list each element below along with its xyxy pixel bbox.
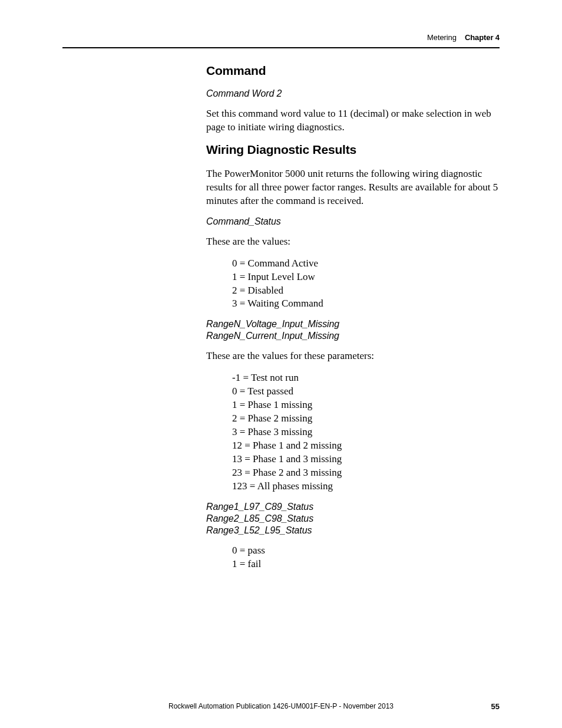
values-command-status: 0 = Command Active 1 = Input Level Low 2… (232, 257, 500, 311)
value-line: 0 = Test passed (232, 385, 500, 398)
subheading-command-status: Command_Status (206, 216, 500, 227)
subheading-rangen-voltage: RangeN_Voltage_Input_Missing (206, 319, 500, 330)
value-line: 1 = Phase 1 missing (232, 398, 500, 412)
value-line: 23 = Phase 2 and 3 missing (232, 466, 500, 480)
section-title-wiring: Wiring Diagnostic Results (206, 143, 500, 157)
body-wiring-intro: The PowerMonitor 5000 unit returns the f… (206, 167, 500, 208)
document-page: Metering Chapter 4 Command Command Word … (0, 0, 562, 728)
values-rangen: -1 = Test not run 0 = Test passed 1 = Ph… (232, 371, 500, 493)
value-line: 3 = Phase 3 missing (232, 426, 500, 439)
subheading-command-word: Command Word 2 (206, 88, 500, 99)
value-line: 123 = All phases missing (232, 480, 500, 493)
value-line: -1 = Test not run (232, 371, 500, 385)
footer-publication: Rockwell Automation Publication 1426-UM0… (62, 702, 500, 710)
subheading-rangen-current: RangeN_Current_Input_Missing (206, 331, 500, 341)
subheading-range2-status: Range2_L85_C98_Status (206, 513, 500, 524)
lead-command-status: These are the values: (206, 235, 500, 249)
body-command: Set this command word value to 11 (decim… (206, 107, 500, 134)
main-content: Command Command Word 2 Set this command … (206, 64, 500, 579)
value-line: 0 = Command Active (232, 257, 500, 271)
running-head-section: Metering (427, 33, 457, 42)
lead-rangen: These are the values for these parameter… (206, 350, 500, 363)
value-line: 1 = Input Level Low (232, 271, 500, 284)
value-line: 0 = pass (232, 544, 500, 558)
subheading-range1-status: Range1_L97_C89_Status (206, 502, 500, 512)
value-line: 2 = Phase 2 missing (232, 412, 500, 426)
header-rule (62, 47, 500, 48)
value-line: 3 = Waiting Command (232, 297, 500, 311)
running-head: Metering Chapter 4 (427, 33, 500, 42)
subheading-range3-status: Range3_L52_L95_Status (206, 525, 500, 536)
value-line: 13 = Phase 1 and 3 missing (232, 453, 500, 466)
value-line: 1 = fail (232, 558, 500, 571)
values-range-status: 0 = pass 1 = fail (232, 544, 500, 571)
section-title-command: Command (206, 64, 500, 78)
running-head-chapter: Chapter 4 (465, 33, 500, 42)
value-line: 2 = Disabled (232, 284, 500, 298)
footer-page-number: 55 (491, 702, 500, 711)
value-line: 12 = Phase 1 and 2 missing (232, 439, 500, 453)
